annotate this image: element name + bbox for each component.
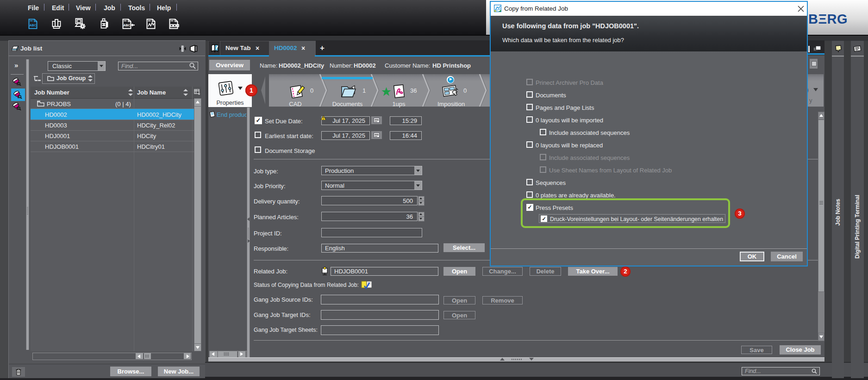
svg-text:ABC: ABC: [30, 24, 37, 27]
svg-text:ABC: ABC: [124, 24, 131, 27]
